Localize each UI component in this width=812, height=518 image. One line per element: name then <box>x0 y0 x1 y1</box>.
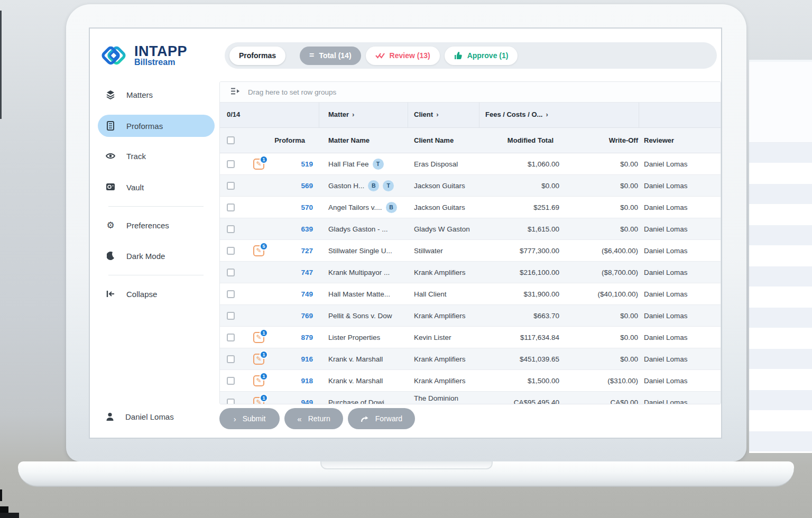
write-off: ($310.00) <box>559 377 639 385</box>
client-name: Jackson Guitars <box>408 182 479 190</box>
row-checkbox[interactable] <box>227 204 235 211</box>
write-off: ($6,400.00) <box>559 247 639 255</box>
sidebar-item-matters[interactable]: Matters <box>90 84 219 106</box>
row-checkbox[interactable] <box>227 334 235 341</box>
table-row[interactable]: ✎ 639 Gladys Gaston - ... Gladys W Gasto… <box>220 218 721 240</box>
select-all-checkbox[interactable] <box>227 136 235 144</box>
return-button[interactable]: « Return <box>284 408 343 429</box>
column-separator <box>479 103 479 127</box>
proforma-link[interactable]: 727 <box>301 247 313 255</box>
filter-total-pill[interactable]: = Total (14) <box>300 47 361 65</box>
group-header-client[interactable]: Client› <box>414 110 438 118</box>
sidebar-item-label: Track <box>126 152 146 161</box>
sidebar-item-preferences[interactable]: ⚙ Preferences <box>90 214 219 236</box>
sidebar-item-track[interactable]: Track <box>90 145 219 167</box>
proforma-link[interactable]: 570 <box>301 204 313 211</box>
brand-product: Billstream <box>134 58 187 67</box>
table-row[interactable]: ✎ 1 949 Purchase of Dowi... The Dominion… <box>220 392 721 404</box>
proforma-link[interactable]: 749 <box>301 290 313 298</box>
edit-count-badge: 1 <box>260 372 268 381</box>
col-header-write-off[interactable]: Write-Off <box>559 136 639 144</box>
sidebar-divider <box>108 206 204 207</box>
table-row[interactable]: ✎ 1 879 Lister Properties Kevin Lister $… <box>220 327 721 348</box>
return-label: Return <box>308 414 330 423</box>
proforma-link[interactable]: 639 <box>301 225 313 233</box>
matter-name: Angel Tailors v.... <box>328 204 382 211</box>
edit-count-icon[interactable]: ✎ 1 <box>253 375 264 386</box>
table-row[interactable]: ✎ 569 Gaston H...BT Jackson Guitars $0.0… <box>220 175 721 197</box>
row-checkbox[interactable] <box>227 355 235 363</box>
matter-name: Lister Properties <box>328 334 380 341</box>
gray-backdrop: INTAPP Billstream Matters Proformas <box>0 0 812 518</box>
gear-icon: ⚙ <box>106 220 115 230</box>
client-name: Hall Client <box>408 290 479 298</box>
col-header-reviewer[interactable]: Reviewer <box>639 136 721 144</box>
row-checkbox[interactable] <box>227 312 235 320</box>
proforma-link[interactable]: 519 <box>301 160 313 168</box>
forward-button[interactable]: Forward <box>348 408 415 429</box>
table-row[interactable]: ✎ 749 Hall Master Matte... Hall Client $… <box>220 283 721 305</box>
table-row[interactable]: ✎ 5 727 Stillwater Single U... Stillwate… <box>220 240 721 262</box>
edit-count-icon[interactable]: ✎ 1 <box>253 159 264 170</box>
edit-count-badge: 1 <box>260 155 268 164</box>
row-checkbox[interactable] <box>227 269 235 276</box>
proforma-link[interactable]: 949 <box>301 399 313 405</box>
row-checkbox[interactable] <box>227 247 235 255</box>
table-row[interactable]: ✎ 747 Krank Multipayor ... Krank Amplifi… <box>220 262 721 283</box>
edit-count-icon[interactable]: ✎ 1 <box>253 332 264 343</box>
proforma-link[interactable]: 769 <box>301 312 313 320</box>
sidebar-item-collapse[interactable]: Collapse <box>90 283 219 305</box>
reviewer: Daniel Lomas <box>639 377 721 385</box>
col-header-proforma[interactable]: Proforma <box>270 136 313 144</box>
write-off: $0.00 <box>559 225 639 233</box>
col-header-client-name[interactable]: Client Name <box>408 136 479 144</box>
edit-count-icon[interactable]: ✎ 1 <box>253 397 264 405</box>
edit-count-icon[interactable]: ✎ 1 <box>253 354 264 365</box>
row-checkbox[interactable] <box>227 377 235 385</box>
table-row[interactable]: ✎ 1 916 Krank v. Marshall Krank Amplifie… <box>220 348 721 370</box>
user-menu[interactable]: Daniel Lomas <box>90 405 219 428</box>
row-checkbox[interactable] <box>227 182 235 190</box>
write-off: CA$0.00 <box>559 399 639 405</box>
group-header-fees[interactable]: Fees / Costs / O...› <box>485 110 548 118</box>
view-pill-proformas[interactable]: Proformas <box>229 47 285 65</box>
group-header-matter[interactable]: Matter› <box>328 110 354 118</box>
edit-count-badge: 5 <box>260 242 268 251</box>
chevron-right-icon: › <box>352 110 354 118</box>
sidebar-item-label: Proformas <box>126 122 163 131</box>
row-checkbox[interactable] <box>227 160 235 168</box>
row-checkbox[interactable] <box>227 225 235 233</box>
forward-label: Forward <box>375 414 402 423</box>
col-header-matter-name[interactable]: Matter Name <box>313 136 408 144</box>
client-name: Krank Amplifiers <box>408 355 479 363</box>
sidebar-item-dark-mode[interactable]: Dark Mode <box>90 245 219 267</box>
proforma-link[interactable]: 569 <box>301 182 313 190</box>
table-row[interactable]: ✎ 1 519 Hall Flat FeeT Eras Disposal $1,… <box>220 153 721 175</box>
background-panel-rows <box>749 143 812 452</box>
filter-approve-pill[interactable]: Approve (1) <box>445 47 518 65</box>
proforma-link[interactable]: 918 <box>301 377 313 385</box>
edit-count-icon[interactable]: ✎ 5 <box>253 245 264 256</box>
proforma-link[interactable]: 916 <box>301 355 313 363</box>
table-row[interactable]: ✎ 570 Angel Tailors v....B Jackson Guita… <box>220 197 721 218</box>
proforma-link[interactable]: 747 <box>301 269 313 276</box>
sidebar-item-vault[interactable]: Vault <box>90 176 219 198</box>
col-header-modified-total[interactable]: Modified Total <box>479 136 559 144</box>
reviewer: Daniel Lomas <box>639 312 721 320</box>
laptop-base <box>18 461 794 487</box>
client-name: Stillwater <box>408 247 479 255</box>
row-checkbox[interactable] <box>227 399 235 405</box>
filter-review-pill[interactable]: Review (13) <box>366 47 440 65</box>
row-checkbox[interactable] <box>227 290 235 298</box>
table-row[interactable]: ✎ 769 Pellit & Sons v. Dow Krank Amplifi… <box>220 305 721 327</box>
collapse-left-icon <box>106 289 115 299</box>
submit-button[interactable]: › Submit <box>219 408 280 429</box>
proforma-link[interactable]: 879 <box>301 334 313 341</box>
sidebar-item-proformas[interactable]: Proformas <box>98 115 215 137</box>
filter-review-label: Review (13) <box>390 51 430 60</box>
row-group-drop-zone[interactable]: Drag here to set row groups <box>220 82 721 103</box>
table-row[interactable]: ✎ 1 918 Krank v. Marshall Krank Amplifie… <box>220 370 721 392</box>
matter-badge-b: B <box>386 202 397 213</box>
matter-badge-t: T <box>383 180 394 191</box>
column-separator <box>639 103 639 127</box>
